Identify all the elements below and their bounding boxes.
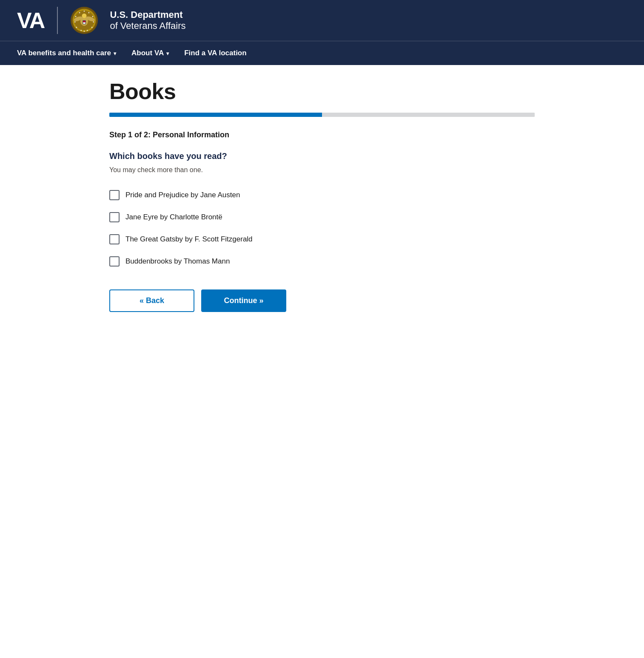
checkbox-item-book2[interactable]: Jane Eyre by Charlotte Brontë <box>109 206 535 228</box>
svg-rect-7 <box>83 21 85 23</box>
checkbox-item-book1[interactable]: Pride and Prejudice by Jane Austen <box>109 184 535 206</box>
dept-line2: of Veterans Affairs <box>110 20 185 31</box>
checkbox-book4[interactable] <box>109 256 120 267</box>
svg-point-11 <box>88 12 90 14</box>
question-section: Which books have you read? You may check… <box>109 151 535 272</box>
continue-button[interactable]: Continue » <box>201 289 286 312</box>
svg-point-16 <box>76 27 77 28</box>
question-hint: You may check more than one. <box>109 166 535 174</box>
logo-divider <box>57 7 58 34</box>
svg-point-18 <box>81 30 82 31</box>
checkbox-item-book4[interactable]: Buddenbrooks by Thomas Mann <box>109 250 535 272</box>
nav-about[interactable]: About VA ▾ <box>131 41 179 65</box>
checkbox-item-book3[interactable]: The Great Gatsby by F. Scott Fitzgerald <box>109 228 535 250</box>
va-logo: VA <box>17 7 186 34</box>
svg-point-5 <box>82 14 87 18</box>
svg-point-17 <box>91 27 93 28</box>
button-row: « Back Continue » <box>109 289 535 312</box>
checkbox-book2[interactable] <box>109 212 120 222</box>
nav-location[interactable]: Find a VA location <box>184 41 256 65</box>
site-header: VA <box>0 0 644 41</box>
svg-point-13 <box>92 16 94 17</box>
step-info: Step 1 of 2: Personal Information <box>109 130 535 139</box>
question-title: Which books have you read? <box>109 151 535 161</box>
chevron-down-icon: ▾ <box>166 51 169 57</box>
svg-point-12 <box>75 16 77 17</box>
checkbox-book1[interactable] <box>109 190 120 200</box>
nav-benefits-label: VA benefits and health care <box>17 49 111 57</box>
nav-benefits[interactable]: VA benefits and health care ▾ <box>17 41 126 65</box>
progress-bar <box>109 113 535 117</box>
page-title: Books <box>109 79 535 104</box>
va-seal-icon <box>71 7 98 34</box>
progress-bar-fill <box>109 113 322 117</box>
chevron-down-icon: ▾ <box>114 51 116 57</box>
svg-point-15 <box>93 21 94 23</box>
va-letters: VA <box>17 9 44 31</box>
main-content: Books Step 1 of 2: Personal Information … <box>92 65 552 338</box>
main-nav: VA benefits and health care ▾ About VA ▾… <box>0 41 644 65</box>
checkbox-label-book4: Buddenbrooks by Thomas Mann <box>125 257 230 266</box>
va-department-text: U.S. Department of Veterans Affairs <box>110 9 185 32</box>
dept-line1: U.S. Department <box>110 9 185 20</box>
svg-point-14 <box>74 21 76 23</box>
checkbox-label-book1: Pride and Prejudice by Jane Austen <box>125 191 240 199</box>
checkbox-group: Pride and Prejudice by Jane Austen Jane … <box>109 184 535 272</box>
nav-location-label: Find a VA location <box>184 49 246 57</box>
checkbox-book3[interactable] <box>109 234 120 244</box>
svg-point-10 <box>79 12 80 14</box>
svg-rect-8 <box>83 23 85 24</box>
checkbox-label-book3: The Great Gatsby by F. Scott Fitzgerald <box>125 235 253 244</box>
progress-bar-remaining <box>322 113 535 117</box>
svg-point-19 <box>87 30 88 31</box>
checkbox-label-book2: Jane Eyre by Charlotte Brontë <box>125 213 222 221</box>
back-button[interactable]: « Back <box>109 289 194 312</box>
nav-about-label: About VA <box>131 49 164 57</box>
svg-point-9 <box>84 11 85 12</box>
svg-point-20 <box>84 31 85 32</box>
